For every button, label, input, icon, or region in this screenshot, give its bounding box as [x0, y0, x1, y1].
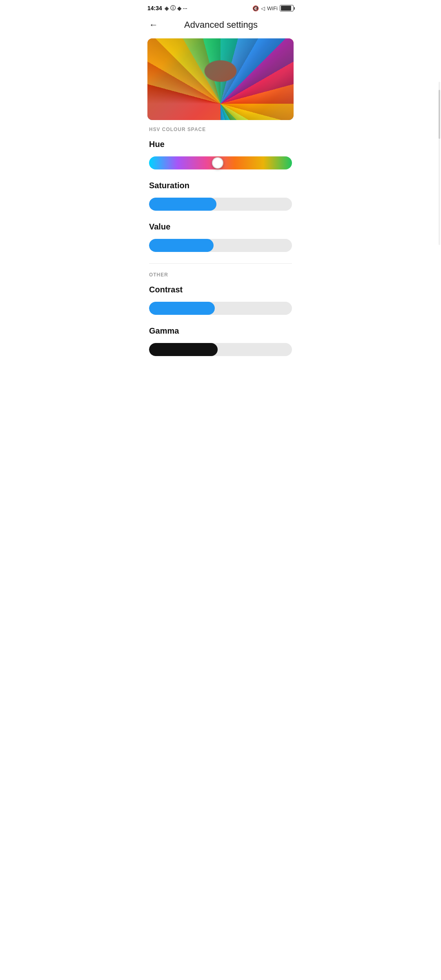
more-icon: ···: [183, 5, 187, 11]
main-content: HSV COLOUR SPACE Hue Saturation Value OT…: [141, 127, 300, 358]
status-icons-left: ◈ ⓘ ◆ ···: [165, 4, 187, 12]
contrast-slider-container[interactable]: [149, 300, 292, 316]
value-fill: [149, 239, 214, 252]
saturation-slider-group: Saturation: [149, 181, 292, 212]
section-divider: [149, 263, 292, 264]
battery-cap: [294, 7, 295, 10]
send-icon: ◁: [261, 5, 265, 11]
preview-image: [147, 38, 294, 120]
page-title: Advanced settings: [165, 20, 277, 30]
vpn-icon: ◆: [177, 5, 181, 11]
mute-icon: 🔇: [252, 5, 259, 11]
contrast-slider-group: Contrast: [149, 285, 292, 316]
klokki-icon: ◈: [165, 5, 169, 11]
hue-thumb[interactable]: [212, 157, 223, 169]
back-arrow-icon: ←: [149, 20, 158, 29]
gamma-track[interactable]: [149, 343, 292, 356]
status-right: 🔇 ◁ WiFi: [252, 5, 294, 11]
back-button[interactable]: ←: [147, 19, 160, 31]
value-slider-container[interactable]: [149, 237, 292, 254]
header: ← Advanced settings: [141, 15, 300, 35]
wifi-icon: WiFi: [267, 5, 278, 11]
gamma-slider-group: Gamma: [149, 326, 292, 358]
hue-label: Hue: [149, 140, 292, 149]
pencil-visual: [147, 38, 294, 120]
contrast-label: Contrast: [149, 285, 292, 294]
hue-slider-container[interactable]: [149, 155, 292, 171]
saturation-fill: [149, 198, 216, 211]
saturation-slider-container[interactable]: [149, 196, 292, 212]
value-label: Value: [149, 222, 292, 232]
hue-track[interactable]: [149, 156, 292, 169]
info-icon: ⓘ: [170, 4, 176, 12]
gamma-label: Gamma: [149, 326, 292, 336]
gamma-slider-container[interactable]: [149, 341, 292, 358]
saturation-label: Saturation: [149, 181, 292, 190]
hsv-section-label: HSV COLOUR SPACE: [149, 127, 292, 132]
value-slider-group: Value: [149, 222, 292, 254]
other-section-label: OTHER: [149, 272, 292, 278]
contrast-track[interactable]: [149, 302, 292, 315]
gamma-fill: [149, 343, 218, 356]
status-bar: 14:34 ◈ ⓘ ◆ ··· 🔇 ◁ WiFi: [141, 0, 300, 15]
value-track[interactable]: [149, 239, 292, 252]
status-time: 14:34: [147, 5, 162, 11]
contrast-fill: [149, 302, 215, 315]
hue-slider-group: Hue: [149, 140, 292, 171]
battery-fill: [281, 6, 291, 11]
saturation-track[interactable]: [149, 198, 292, 211]
battery-indicator: [280, 5, 294, 11]
